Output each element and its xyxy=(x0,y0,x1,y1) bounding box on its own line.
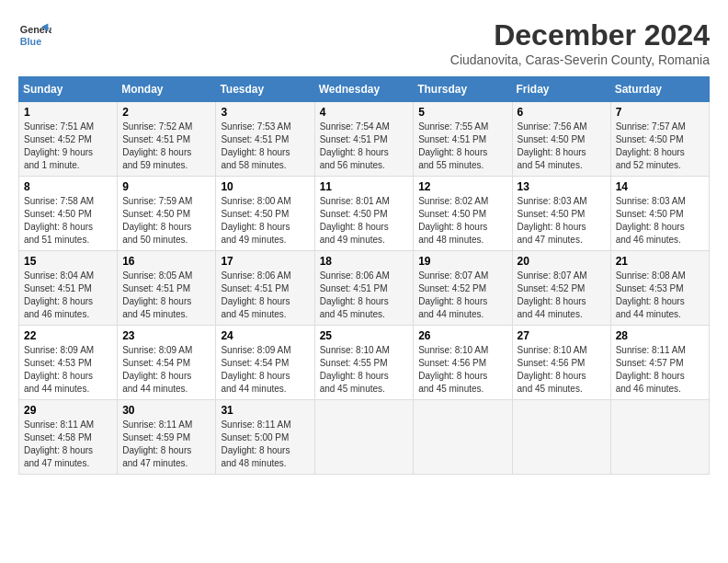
day-info: Sunrise: 7:59 AMSunset: 4:50 PMDaylight:… xyxy=(122,195,210,247)
day-number: 30 xyxy=(122,404,210,417)
calendar-cell: 25Sunrise: 8:10 AMSunset: 4:55 PMDayligh… xyxy=(314,326,414,400)
day-info: Sunrise: 7:54 AMSunset: 4:51 PMDaylight:… xyxy=(320,121,409,172)
day-info: Sunrise: 8:07 AMSunset: 4:52 PMDaylight:… xyxy=(418,270,506,321)
day-info: Sunrise: 8:11 AMSunset: 5:00 PMDaylight:… xyxy=(221,419,309,470)
day-number: 24 xyxy=(221,329,309,342)
day-info: Sunrise: 8:01 AMSunset: 4:50 PMDaylight:… xyxy=(320,195,409,247)
calendar-cell xyxy=(512,400,610,475)
calendar-cell: 31Sunrise: 8:11 AMSunset: 5:00 PMDayligh… xyxy=(216,400,314,475)
calendar-row-3: 15Sunrise: 8:04 AMSunset: 4:51 PMDayligh… xyxy=(19,251,710,326)
day-info: Sunrise: 7:51 AMSunset: 4:52 PMDaylight:… xyxy=(24,121,112,172)
logo-icon: General Blue xyxy=(18,18,51,52)
day-number: 31 xyxy=(221,404,309,417)
calendar-row-1: 1Sunrise: 7:51 AMSunset: 4:52 PMDaylight… xyxy=(19,102,710,177)
day-number: 13 xyxy=(518,180,606,193)
day-info: Sunrise: 8:09 AMSunset: 4:54 PMDaylight:… xyxy=(221,344,309,396)
day-number: 18 xyxy=(320,255,409,268)
day-info: Sunrise: 8:11 AMSunset: 4:57 PMDaylight:… xyxy=(616,344,704,396)
col-sunday: Sunday xyxy=(19,77,118,102)
day-number: 10 xyxy=(221,180,309,193)
day-number: 6 xyxy=(518,106,606,119)
calendar-row-2: 8Sunrise: 7:58 AMSunset: 4:50 PMDaylight… xyxy=(19,177,710,251)
calendar-cell: 22Sunrise: 8:09 AMSunset: 4:53 PMDayligh… xyxy=(19,326,118,400)
calendar-cell: 19Sunrise: 8:07 AMSunset: 4:52 PMDayligh… xyxy=(414,251,512,326)
day-number: 20 xyxy=(518,255,606,268)
logo: General Blue xyxy=(18,18,51,52)
day-info: Sunrise: 8:03 AMSunset: 4:50 PMDaylight:… xyxy=(518,195,606,247)
day-info: Sunrise: 8:11 AMSunset: 4:59 PMDaylight:… xyxy=(122,419,210,470)
calendar-cell: 16Sunrise: 8:05 AMSunset: 4:51 PMDayligh… xyxy=(118,251,216,326)
calendar-cell: 21Sunrise: 8:08 AMSunset: 4:53 PMDayligh… xyxy=(610,251,709,326)
calendar-cell: 29Sunrise: 8:11 AMSunset: 4:58 PMDayligh… xyxy=(19,400,118,475)
day-info: Sunrise: 8:10 AMSunset: 4:56 PMDaylight:… xyxy=(418,344,506,396)
day-number: 23 xyxy=(122,329,210,342)
day-info: Sunrise: 8:06 AMSunset: 4:51 PMDaylight:… xyxy=(320,270,409,321)
day-info: Sunrise: 8:11 AMSunset: 4:58 PMDaylight:… xyxy=(24,419,112,470)
day-info: Sunrise: 8:09 AMSunset: 4:53 PMDaylight:… xyxy=(24,344,112,396)
calendar-cell: 26Sunrise: 8:10 AMSunset: 4:56 PMDayligh… xyxy=(414,326,512,400)
col-saturday: Saturday xyxy=(610,77,709,102)
day-number: 22 xyxy=(24,329,112,342)
day-number: 5 xyxy=(418,106,506,119)
day-number: 25 xyxy=(320,329,409,342)
day-number: 27 xyxy=(518,329,606,342)
day-info: Sunrise: 7:56 AMSunset: 4:50 PMDaylight:… xyxy=(518,121,606,172)
svg-text:Blue: Blue xyxy=(20,36,41,47)
calendar-cell: 12Sunrise: 8:02 AMSunset: 4:50 PMDayligh… xyxy=(414,177,512,251)
day-info: Sunrise: 7:58 AMSunset: 4:50 PMDaylight:… xyxy=(24,195,112,247)
calendar-row-5: 29Sunrise: 8:11 AMSunset: 4:58 PMDayligh… xyxy=(19,400,710,475)
day-info: Sunrise: 7:52 AMSunset: 4:51 PMDaylight:… xyxy=(122,121,210,172)
calendar-cell: 28Sunrise: 8:11 AMSunset: 4:57 PMDayligh… xyxy=(610,326,709,400)
day-number: 11 xyxy=(320,180,409,193)
calendar-cell: 11Sunrise: 8:01 AMSunset: 4:50 PMDayligh… xyxy=(314,177,414,251)
day-number: 12 xyxy=(418,180,506,193)
col-thursday: Thursday xyxy=(414,77,512,102)
calendar-cell: 7Sunrise: 7:57 AMSunset: 4:50 PMDaylight… xyxy=(610,102,709,177)
calendar-cell xyxy=(314,400,414,475)
header: General Blue December 2024 Ciudanovita, … xyxy=(18,18,710,67)
day-info: Sunrise: 7:53 AMSunset: 4:51 PMDaylight:… xyxy=(221,121,309,172)
day-number: 28 xyxy=(616,329,704,342)
calendar-cell: 13Sunrise: 8:03 AMSunset: 4:50 PMDayligh… xyxy=(512,177,610,251)
day-number: 19 xyxy=(418,255,506,268)
calendar-table: Sunday Monday Tuesday Wednesday Thursday… xyxy=(18,76,710,475)
day-info: Sunrise: 8:00 AMSunset: 4:50 PMDaylight:… xyxy=(221,195,309,247)
calendar-cell: 27Sunrise: 8:10 AMSunset: 4:56 PMDayligh… xyxy=(512,326,610,400)
calendar-cell: 1Sunrise: 7:51 AMSunset: 4:52 PMDaylight… xyxy=(19,102,118,177)
calendar-cell: 18Sunrise: 8:06 AMSunset: 4:51 PMDayligh… xyxy=(314,251,414,326)
calendar-cell: 5Sunrise: 7:55 AMSunset: 4:51 PMDaylight… xyxy=(414,102,512,177)
day-number: 2 xyxy=(122,106,210,119)
day-number: 16 xyxy=(122,255,210,268)
calendar-cell: 2Sunrise: 7:52 AMSunset: 4:51 PMDaylight… xyxy=(118,102,216,177)
day-info: Sunrise: 8:06 AMSunset: 4:51 PMDaylight:… xyxy=(221,270,309,321)
calendar-cell: 15Sunrise: 8:04 AMSunset: 4:51 PMDayligh… xyxy=(19,251,118,326)
day-number: 9 xyxy=(122,180,210,193)
day-info: Sunrise: 8:03 AMSunset: 4:50 PMDaylight:… xyxy=(616,195,704,247)
calendar-cell: 20Sunrise: 8:07 AMSunset: 4:52 PMDayligh… xyxy=(512,251,610,326)
day-number: 15 xyxy=(24,255,112,268)
calendar-cell: 6Sunrise: 7:56 AMSunset: 4:50 PMDaylight… xyxy=(512,102,610,177)
calendar-cell: 14Sunrise: 8:03 AMSunset: 4:50 PMDayligh… xyxy=(610,177,709,251)
calendar-cell: 8Sunrise: 7:58 AMSunset: 4:50 PMDaylight… xyxy=(19,177,118,251)
day-info: Sunrise: 8:08 AMSunset: 4:53 PMDaylight:… xyxy=(616,270,704,321)
calendar-row-4: 22Sunrise: 8:09 AMSunset: 4:53 PMDayligh… xyxy=(19,326,710,400)
day-number: 8 xyxy=(24,180,112,193)
day-number: 26 xyxy=(418,329,506,342)
calendar-cell: 23Sunrise: 8:09 AMSunset: 4:54 PMDayligh… xyxy=(118,326,216,400)
day-info: Sunrise: 8:10 AMSunset: 4:56 PMDaylight:… xyxy=(518,344,606,396)
calendar-cell: 3Sunrise: 7:53 AMSunset: 4:51 PMDaylight… xyxy=(216,102,314,177)
day-number: 7 xyxy=(616,106,704,119)
day-info: Sunrise: 8:09 AMSunset: 4:54 PMDaylight:… xyxy=(122,344,210,396)
col-monday: Monday xyxy=(118,77,216,102)
day-number: 14 xyxy=(616,180,704,193)
calendar-cell: 4Sunrise: 7:54 AMSunset: 4:51 PMDaylight… xyxy=(314,102,414,177)
subtitle: Ciudanovita, Caras-Severin County, Roman… xyxy=(450,52,710,67)
header-row: Sunday Monday Tuesday Wednesday Thursday… xyxy=(19,77,710,102)
calendar-cell: 17Sunrise: 8:06 AMSunset: 4:51 PMDayligh… xyxy=(216,251,314,326)
day-number: 4 xyxy=(320,106,409,119)
day-number: 1 xyxy=(24,106,112,119)
col-wednesday: Wednesday xyxy=(314,77,414,102)
day-info: Sunrise: 8:10 AMSunset: 4:55 PMDaylight:… xyxy=(320,344,409,396)
day-info: Sunrise: 8:05 AMSunset: 4:51 PMDaylight:… xyxy=(122,270,210,321)
calendar-cell xyxy=(610,400,709,475)
